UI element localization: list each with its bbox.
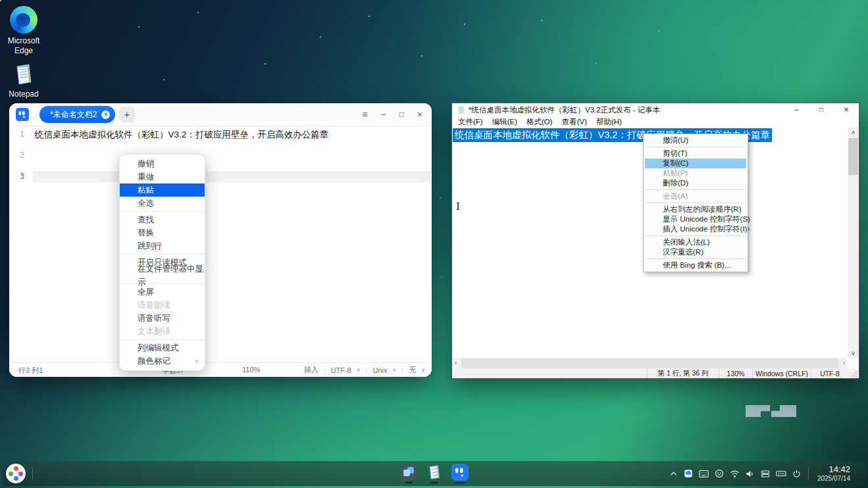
scrollbar-thumb[interactable]: [848, 138, 858, 175]
menu-separator: [120, 339, 205, 340]
window-title: *统信桌面本地虚拟化软件（彩虹）V3.2正式发布 - 记事本: [469, 105, 660, 115]
highlight-select[interactable]: 无: [409, 365, 416, 375]
menu-item-close-ime[interactable]: 关闭输入法(L): [645, 237, 746, 247]
menu-separator: [646, 147, 746, 147]
menu-icon[interactable]: ≡: [362, 109, 367, 120]
clock-date: 2025/07/14: [817, 475, 850, 483]
editor-context-menu: 撤销 重做 粘贴 全选 查找 替换 跳到行 开启只读模式 在文件管理器中显示 全…: [119, 154, 205, 371]
keyboard-icon[interactable]: [699, 470, 709, 478]
menu-item-insert-unicode-chars[interactable]: 插入 Unicode 控制字符(I)›: [645, 224, 746, 234]
dock-item-notepad[interactable]: [426, 464, 443, 483]
menu-item-rtl-reading-order[interactable]: 从右到左的阅读顺序(R): [645, 205, 746, 214]
menu-format[interactable]: 格式(O): [522, 117, 557, 127]
editor-app-icon: [16, 108, 29, 121]
menu-item-bing-search[interactable]: 使用 Bing 搜索 (B)...: [645, 260, 746, 270]
menu-item-hanzi-reselect[interactable]: 汉字重选(R): [645, 247, 746, 257]
menu-view[interactable]: 查看(V): [557, 117, 592, 127]
editor-tab-title: *未命名文档2: [50, 109, 97, 120]
submenu-arrow-icon: ›: [195, 354, 205, 368]
tray-app-icon[interactable]: [684, 469, 693, 478]
scroll-left-icon[interactable]: ‹: [455, 360, 457, 366]
editor-window: *未命名文档2 × + ≡ − □ × 1 2 3 统信桌面本地虚拟化软件（彩虹…: [9, 103, 432, 377]
menu-item-find[interactable]: 查找: [120, 213, 205, 226]
notepad-titlebar[interactable]: *统信桌面本地虚拟化软件（彩虹）V3.2正式发布 - 记事本 − □ ×: [452, 103, 859, 116]
editor-tab[interactable]: *未命名文档2 ×: [39, 106, 115, 123]
line-number: 3: [20, 172, 24, 181]
assistant-icon[interactable]: [715, 469, 724, 478]
menu-item-voice-dictation[interactable]: 语音听写: [120, 312, 205, 325]
cursor-position: 第 1 行, 第 36 列: [647, 369, 719, 378]
zoom-level[interactable]: 110%: [242, 366, 260, 374]
menu-item-show-in-file-manager[interactable]: 在文件管理器中显示: [120, 269, 205, 282]
running-indicator: [430, 482, 438, 484]
desktop: Microsoft Edge Notepad *未命名文档2 ×: [0, 0, 868, 488]
scroll-up-icon[interactable]: ∧: [848, 129, 859, 135]
line-number: 1: [20, 130, 24, 139]
line-number: 2: [20, 151, 24, 160]
line-ending-select[interactable]: Unix: [372, 366, 387, 374]
menu-edit[interactable]: 编辑(E): [488, 117, 522, 127]
system-tray: 14:42 2025/07/14: [669, 461, 850, 486]
minimize-button[interactable]: −: [380, 109, 386, 120]
chevron-down-icon: ∨: [392, 367, 396, 373]
scrollbar-thumb[interactable]: [461, 358, 838, 368]
running-indicator: [455, 482, 465, 484]
menu-item-color-mark[interactable]: 颜色标记›: [120, 354, 205, 368]
menu-item-paste: 粘贴(P): [645, 168, 746, 178]
notepad-context-menu: 撤消(U) 剪切(T) 复制(C) 粘贴(P) 删除(D) 全选(A) 从右到左…: [643, 134, 748, 272]
wifi-icon[interactable]: [730, 470, 740, 478]
menu-item-redo[interactable]: 重做: [120, 170, 205, 183]
encoding-select[interactable]: UTF-8: [331, 366, 351, 374]
modem-icon[interactable]: [776, 470, 786, 477]
menu-item-copy[interactable]: 复制(C): [645, 159, 746, 168]
maximize-button[interactable]: □: [809, 103, 834, 116]
tray-expand-icon[interactable]: [669, 470, 678, 478]
menu-item-fullscreen[interactable]: 全屏: [120, 285, 205, 299]
resize-grip[interactable]: [848, 369, 859, 378]
desktop-icon-notepad[interactable]: Notepad: [1, 62, 46, 99]
maximize-button[interactable]: □: [399, 110, 404, 119]
running-indicator: [405, 482, 413, 484]
minimize-button[interactable]: −: [784, 103, 809, 116]
menu-item-undo[interactable]: 撤消(U): [645, 135, 746, 145]
tab-close-icon[interactable]: ×: [101, 110, 110, 119]
dock-item-text-editor[interactable]: [451, 464, 469, 483]
close-button[interactable]: ×: [834, 103, 859, 116]
taskbar: 14:42 2025/07/14: [2, 461, 866, 486]
cursor-position: 行3 列1: [18, 366, 43, 376]
menu-item-goto-line[interactable]: 跳到行: [120, 239, 205, 253]
menu-item-undo[interactable]: 撤销: [120, 157, 205, 170]
disk-icon[interactable]: [761, 470, 770, 478]
menu-item-paste[interactable]: 粘贴: [120, 183, 205, 197]
submenu-arrow-icon: ›: [747, 224, 753, 234]
menu-separator: [120, 211, 205, 212]
clock[interactable]: 14:42 2025/07/14: [817, 465, 850, 482]
vertical-scrollbar[interactable]: ∧ ∨: [848, 128, 859, 358]
menu-item-replace[interactable]: 替换: [120, 226, 205, 239]
scroll-right-icon[interactable]: ›: [843, 360, 845, 366]
menu-item-column-edit[interactable]: 列编辑模式: [120, 341, 205, 354]
launcher-button[interactable]: [6, 464, 26, 483]
scroll-down-icon[interactable]: ∨: [848, 350, 859, 356]
dock-item-virtualization-app[interactable]: [400, 464, 417, 483]
editor-titlebar[interactable]: *未命名文档2 × + ≡ − □ ×: [9, 103, 432, 126]
menu-file[interactable]: 文件(F): [453, 117, 488, 127]
menu-help[interactable]: 帮助(H): [592, 117, 626, 127]
line-ending: Windows (CRLF): [752, 369, 811, 378]
power-icon[interactable]: [792, 469, 801, 478]
horizontal-scrollbar[interactable]: ‹ ›: [452, 358, 848, 369]
editor-text-area[interactable]: 1 2 3 统信桌面本地虚拟化软件（彩虹）V3.2：打破应用壁垒，开启高效办公篇…: [9, 126, 432, 363]
desktop-icon-edge[interactable]: Microsoft Edge: [1, 6, 46, 56]
wallpaper-shape: [746, 405, 770, 417]
menu-item-select-all[interactable]: 全选: [120, 197, 205, 210]
close-button[interactable]: ×: [417, 109, 422, 120]
new-tab-button[interactable]: +: [119, 107, 135, 122]
desktop-icon-label: Microsoft Edge: [1, 36, 46, 56]
menu-item-show-unicode-chars[interactable]: 显示 Unicode 控制字符(S): [645, 214, 746, 224]
volume-icon[interactable]: [746, 470, 755, 478]
wallpaper-shape: [771, 405, 796, 417]
menu-item-delete[interactable]: 删除(D): [645, 178, 746, 188]
menu-item-cut[interactable]: 剪切(T): [645, 149, 746, 159]
menu-separator: [646, 189, 746, 190]
notepad-icon: [11, 62, 36, 87]
